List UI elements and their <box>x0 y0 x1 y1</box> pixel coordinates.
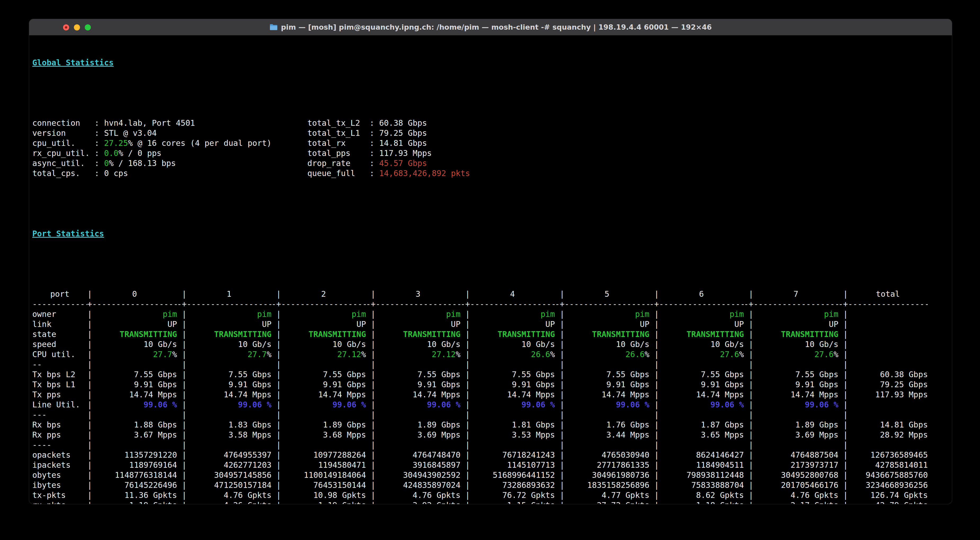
column-separator: | <box>460 370 470 379</box>
separator-cross: -+ <box>366 299 375 309</box>
column-separator: | <box>177 330 186 339</box>
column-separator: | <box>272 430 281 439</box>
minimize-button[interactable] <box>74 24 80 30</box>
cell-value: 304952800768 <box>781 470 838 480</box>
column-separator: | <box>555 350 565 359</box>
column-separator: | <box>366 330 375 339</box>
cell-value: 1184904511 <box>696 460 744 470</box>
cell-value: 4764748470 <box>413 450 461 459</box>
table-row: Tx pps|14.74 Mpps |14.74 Mpps |14.74 Mpp… <box>32 390 952 400</box>
table-cell: 1194580471 <box>281 460 366 470</box>
column-separator: | <box>88 310 92 319</box>
cell-value: pim <box>824 310 838 319</box>
stat-value: 0.0 <box>104 148 118 158</box>
row-label: owner <box>32 309 88 319</box>
column-separator: | <box>366 450 375 459</box>
table-cell: 3.68 Mpps <box>281 430 366 440</box>
column-separator: | <box>177 500 186 504</box>
table-cell: pim <box>565 309 649 319</box>
column-header: 0 <box>92 289 177 299</box>
table-cell: pim <box>375 309 461 319</box>
table-row: obytes|1148776318144 |304957145856 |1100… <box>32 470 952 480</box>
column-separator: | <box>88 410 92 419</box>
column-separator: | <box>272 390 281 399</box>
table-cell: 1184904511 <box>659 460 744 470</box>
cell-value: TRANSMITTING <box>120 330 177 339</box>
separator-dashes: -------------------- <box>754 299 838 309</box>
stat-value: 45.57 Gbps <box>379 159 427 168</box>
column-separator: | <box>460 460 470 470</box>
zoom-button[interactable] <box>85 24 91 30</box>
cell-value: 117.93 Mpps <box>875 390 928 399</box>
column-separator: | <box>838 289 848 299</box>
column-separator: | <box>177 390 186 399</box>
table-row: Rx bps|1.88 Gbps |1.83 Gbps |1.89 Gbps |… <box>32 420 952 430</box>
table-cell: 3.92 Gpkts <box>375 500 461 504</box>
column-separator: | <box>366 470 375 480</box>
table-cell: 10 Gb/s <box>375 339 461 349</box>
cell-value: 1.15 Gpkts <box>507 500 555 504</box>
stat-value: 14,683,426,892 pkts <box>379 168 470 178</box>
cell-value: 99.06 % <box>805 400 838 409</box>
table-cell: 2173973717 <box>754 460 838 470</box>
column-separator: | <box>366 480 375 490</box>
table-cell: 304961980736 <box>565 470 649 480</box>
stat-line: async_util. : 0% / 168.13 bpsdrop_rate :… <box>32 158 952 168</box>
column-separator: | <box>177 319 186 329</box>
row-label: ibytes <box>32 480 88 490</box>
table-cell: 99.06 % <box>470 400 555 410</box>
cell-value: UP <box>167 319 177 329</box>
cell-value: 1.19 Gpkts <box>129 500 177 504</box>
column-separator: | <box>177 420 186 429</box>
table-cell: 27.6% <box>659 349 744 359</box>
column-separator: | <box>177 450 186 459</box>
table-cell: 4262771203 <box>186 460 272 470</box>
cell-value: 14.74 Mpps <box>507 390 555 399</box>
table-cell: 304952800768 <box>754 470 838 480</box>
window-titlebar[interactable]: pim — [mosh] pim@squanchy.ipng.ch: /home… <box>29 19 952 35</box>
table-cell: 1835158256896 <box>565 480 649 490</box>
cell-value: 14.74 Mpps <box>601 390 649 399</box>
column-separator: | <box>838 470 848 480</box>
cell-value: 126.74 Gpkts <box>870 491 928 500</box>
cell-unit: % <box>550 350 555 359</box>
table-row: CPU util.|27.7% |27.7% |27.12% |27.12% |… <box>32 349 952 359</box>
column-separator: | <box>177 410 186 419</box>
cell-value: pim <box>729 310 744 319</box>
close-button[interactable] <box>63 24 69 30</box>
table-cell: 4.77 Gpkts <box>565 490 649 500</box>
cell-value: 9.91 Gbps <box>795 380 838 389</box>
column-separator: | <box>460 470 470 480</box>
stat-value: % @ 16 cores (4 per dual port) <box>128 138 272 148</box>
cell-value: TRANSMITTING <box>403 330 461 339</box>
column-separator: | <box>649 420 659 429</box>
table-cell: 99.06 % <box>659 400 744 410</box>
column-separator: | <box>460 410 470 419</box>
stat-label: rx_cpu_util. : <box>32 148 104 158</box>
stat-value: 27.25 <box>104 138 128 148</box>
table-cell: UP <box>470 319 555 329</box>
column-separator: | <box>460 400 470 409</box>
table-cell: 9.91 Gbps <box>754 380 838 390</box>
cell-value: 7.55 Gbps <box>512 370 555 379</box>
cell-value: 1194580471 <box>318 460 366 470</box>
stat-label: cpu_util. : <box>32 138 104 148</box>
row-label: ipackets <box>32 460 88 470</box>
column-header: 4 <box>470 289 555 299</box>
cell-value: pim <box>162 310 177 319</box>
cell-value: 14.74 Mpps <box>224 390 272 399</box>
table-cell: 10.98 Gpkts <box>281 490 366 500</box>
cell-value: 3234668936256 <box>865 480 928 490</box>
table-cell: TRANSMITTING <box>659 329 744 339</box>
table-cell: 7.55 Gbps <box>92 370 177 380</box>
column-separator: | <box>88 380 92 389</box>
column-separator: | <box>744 390 754 399</box>
stat-label: version : <box>32 129 104 138</box>
cell-value: 7.55 Gbps <box>795 370 838 379</box>
column-separator: | <box>744 410 754 419</box>
column-separator: | <box>272 319 281 329</box>
cell-value: 27.6 <box>815 350 834 359</box>
cell-value: 1.89 Gbps <box>795 420 838 429</box>
column-separator: | <box>177 470 186 480</box>
table-cell: 1.89 Gbps <box>281 420 366 430</box>
